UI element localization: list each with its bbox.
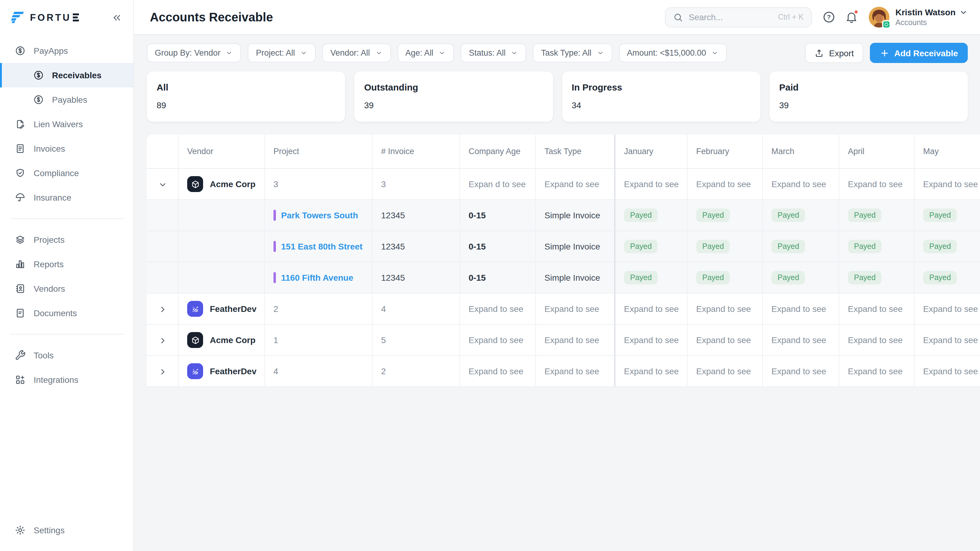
- vendor-cell-content: FeatherDev: [187, 301, 264, 317]
- chevron-down-icon: [375, 49, 383, 57]
- month-expand-note: Expand to see: [923, 335, 978, 345]
- task-type-value: Expand to see: [544, 335, 599, 345]
- task-type-cell: Expand to see: [536, 356, 614, 387]
- sidebar-item-payables[interactable]: Payables: [0, 87, 134, 112]
- expand-chevron-right-icon[interactable]: [158, 304, 167, 314]
- status-card-all[interactable]: All89: [147, 71, 345, 122]
- month-cell: Expand to see: [763, 325, 839, 356]
- project-link[interactable]: 151 East 80th Street: [281, 241, 363, 251]
- sidebar-item-insurance[interactable]: Insurance: [0, 185, 134, 210]
- invoice-value: 12345: [381, 241, 405, 251]
- filter-pills: Group By: VendorProject: AllVendor: AllA…: [147, 43, 727, 62]
- vendor-group-row[interactable]: Acme Corp33Expan d to seeExpand to seeEx…: [147, 169, 980, 200]
- chevron-down-icon: [597, 49, 605, 57]
- filter-pill-vendor[interactable]: Vendor: All: [322, 43, 391, 62]
- filter-pill-label: Status: All: [469, 48, 506, 57]
- month-cell: Payed: [687, 200, 763, 231]
- sidebar-item-label: Documents: [33, 308, 77, 318]
- filter-pill-project[interactable]: Project: All: [248, 43, 316, 62]
- sidebar-item-compliance[interactable]: Compliance: [0, 161, 134, 185]
- vendor-cell-content: Acme Corp: [187, 332, 264, 348]
- sidebar-item-projects[interactable]: Projects: [0, 227, 134, 252]
- sidebar-collapse-button[interactable]: [111, 12, 123, 23]
- invoice-cell: 12345: [372, 262, 460, 294]
- month-expand-note: Expand to see: [848, 179, 903, 189]
- project-color-bar: [274, 272, 275, 283]
- sidebar-item-integrations[interactable]: Integrations: [0, 368, 134, 392]
- export-button[interactable]: Export: [805, 43, 863, 63]
- month-cell: Expand to see: [839, 356, 915, 387]
- sidebar-item-label: Compliance: [33, 168, 79, 178]
- status-card-in-progress[interactable]: In Progress34: [562, 71, 760, 122]
- sidebar-nav: PayAppsReceivablesPayablesLien WaiversIn…: [0, 35, 134, 518]
- vendor-group-row[interactable]: FeatherDev24Expand to seeExpand to seeEx…: [147, 294, 980, 325]
- column-header-february: February: [687, 135, 763, 169]
- project-sub-row: 1160 Fifth Avenue123450-15Simple Invoice…: [147, 262, 980, 294]
- sidebar-item-settings[interactable]: Settings: [0, 518, 134, 542]
- invoice-cell: 3: [372, 169, 460, 200]
- search-icon: [673, 12, 683, 22]
- month-expand-note: Expand to see: [696, 366, 751, 376]
- vendor-group-row[interactable]: FeatherDev42Expand to seeExpand to seeEx…: [147, 356, 980, 387]
- column-header-april: April: [839, 135, 915, 169]
- notifications-button[interactable]: [845, 10, 858, 24]
- project-link[interactable]: 1160 Fifth Avenue: [281, 273, 353, 283]
- sidebar-logo-row: FORTU: [0, 0, 134, 35]
- month-cell: Payed: [614, 200, 687, 231]
- help-button[interactable]: ?: [822, 10, 835, 24]
- invoice-cell: 4: [372, 294, 460, 325]
- status-card-outstanding[interactable]: Outstanding39: [355, 71, 553, 122]
- filter-pill-label: Age: All: [405, 48, 433, 57]
- project-cell: Park Towers South: [265, 200, 372, 231]
- chevron-down-icon: [511, 49, 519, 57]
- sidebar-item-vendors[interactable]: Vendors: [0, 276, 134, 301]
- month-expand-note: Expand to see: [923, 179, 978, 189]
- filter-pill-task-type[interactable]: Task Type: All: [533, 43, 612, 62]
- main-area: Accounts Receivable Ctrl + K ?: [134, 0, 980, 551]
- search-box[interactable]: Ctrl + K: [665, 7, 811, 27]
- month-cell: Expand to see: [839, 325, 915, 356]
- month-cell: Payed: [614, 231, 687, 262]
- project-sub-row: Park Towers South123450-15Simple Invoice…: [147, 200, 980, 231]
- sidebar-item-lien-waivers[interactable]: Lien Waivers: [0, 112, 134, 137]
- user-menu[interactable]: Kristin Watson Accounts: [869, 7, 968, 27]
- project-cell: 151 East 80th Street: [265, 231, 372, 262]
- export-icon: [815, 48, 824, 58]
- company-age-value: Expand to see: [469, 335, 523, 345]
- filter-pill-amount[interactable]: Amount: <$15,000.00: [619, 43, 727, 62]
- brand-logo: FORTU: [10, 12, 79, 23]
- project-link[interactable]: Park Towers South: [281, 210, 358, 220]
- expand-chevron-right-icon[interactable]: [158, 335, 167, 345]
- expand-chevron-right-icon[interactable]: [158, 367, 167, 376]
- column-header-project: Project: [265, 135, 372, 169]
- month-cell: Payed: [687, 231, 763, 262]
- sidebar-item-tools[interactable]: Tools: [0, 343, 134, 368]
- sidebar-item-reports[interactable]: Reports: [0, 252, 134, 276]
- vendor-group-row[interactable]: Acme Corp15Expand to seeExpand to seeExp…: [147, 325, 980, 356]
- add-receivable-button[interactable]: Add Receivable: [870, 43, 968, 63]
- status-card-label: In Progress: [572, 82, 751, 92]
- sidebar-item-label: Lien Waivers: [33, 119, 83, 129]
- sidebar-item-invoices[interactable]: Invoices: [0, 137, 134, 161]
- status-card-paid[interactable]: Paid39: [770, 71, 968, 122]
- filter-pill-age[interactable]: Age: All: [397, 43, 454, 62]
- expand-chevron-down-icon[interactable]: [158, 179, 167, 189]
- filter-pill-status[interactable]: Status: All: [461, 43, 527, 62]
- sidebar-item-payapps[interactable]: PayApps: [0, 38, 134, 63]
- sidebar-item-documents[interactable]: Documents: [0, 301, 134, 326]
- status-card-value: 34: [572, 100, 751, 110]
- sidebar-item-receivables[interactable]: Receivables: [0, 63, 134, 87]
- month-cell: Expand to see: [763, 356, 839, 387]
- invoice-cell: 5: [372, 325, 460, 356]
- invoice-icon: [15, 143, 26, 154]
- search-input[interactable]: [689, 12, 772, 22]
- filter-pill-group-by[interactable]: Group By: Vendor: [147, 43, 241, 62]
- vendor-cell: [179, 200, 265, 231]
- chevron-down-icon: [226, 49, 233, 57]
- status-badge-payed: Payed: [696, 208, 730, 222]
- expander-cell: [147, 200, 179, 231]
- company-age-cell: Expand to see: [460, 325, 536, 356]
- status-badge-payed: Payed: [923, 208, 957, 222]
- plus-icon: [879, 48, 889, 58]
- vendor-name: FeatherDev: [210, 366, 257, 376]
